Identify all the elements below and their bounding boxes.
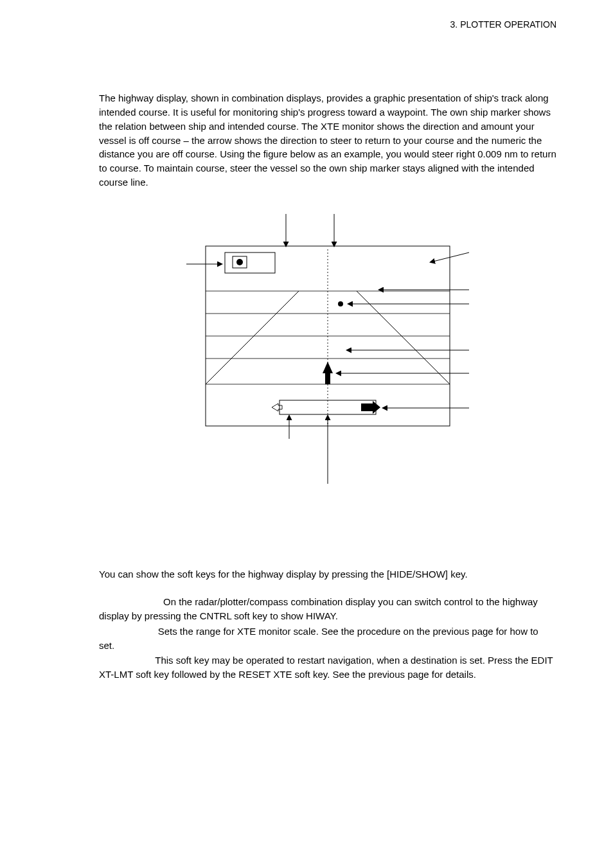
section-header: 3. PLOTTER OPERATION: [99, 18, 556, 31]
svg-point-3: [236, 259, 243, 265]
svg-line-9: [206, 291, 299, 384]
intro-paragraph: The highway display, shown in combinatio…: [99, 91, 556, 189]
svg-point-12: [338, 301, 343, 306]
softkey-item: This soft key may be operated to restart…: [99, 653, 556, 682]
highway-display-figure: [186, 208, 469, 490]
softkey-item: On the radar/plotter/compass combination…: [99, 595, 556, 623]
softkeys-intro: You can show the soft keys for the highw…: [99, 567, 556, 581]
svg-line-10: [357, 291, 450, 384]
softkey-item: Sets the range for XTE monitor scale. Se…: [99, 624, 556, 653]
